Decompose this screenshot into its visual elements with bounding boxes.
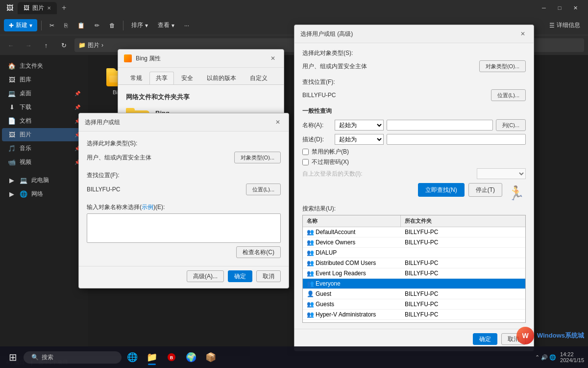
result-name-0: 👥DefaultAccount [303,227,401,237]
delete-button[interactable]: 🗑 [105,20,119,31]
more-button[interactable]: ··· [180,20,193,31]
find-now-btn[interactable]: 立即查找(N) [418,183,465,197]
view-button[interactable]: 查看 ▾ [154,19,178,31]
forward-btn[interactable]: → [22,38,35,52]
result-row-9[interactable]: 👥IIS_IUSRS [303,320,525,323]
adv-name-condition[interactable]: 起始为 包含 [335,120,384,131]
tab-general[interactable]: 常规 [124,72,148,84]
select-user-close[interactable]: ✕ [273,117,283,127]
result-row-1[interactable]: 👥Device OwnersBILLYFU-PC [303,237,525,248]
adv-desc-input[interactable] [387,134,526,145]
maximize-btn[interactable]: □ [553,2,566,13]
up-btn[interactable]: ↑ [39,38,53,52]
enter-name-input[interactable] [87,213,281,243]
start-button[interactable]: ⊞ [4,348,22,366]
adv-obj-type-value: 用户、组或内置安全主体 [302,62,476,71]
adv-obj-type-btn[interactable]: 对象类型(O)... [479,60,526,72]
sidebar-item-docs[interactable]: 📄 文档 📌 [2,114,86,128]
taskbar-app-explorer[interactable]: 📁 [143,348,161,366]
sort-button[interactable]: 排序 ▾ [127,19,152,31]
sidebar-label-music: 音乐 [20,144,31,153]
tab-sharing[interactable]: 共享 [149,72,174,84]
result-row-8[interactable]: 👥Hyper-V AdministratorsBILLYFU-PC [303,310,525,320]
result-name-text-0: DefaultAccount [316,229,355,236]
sidebar-item-downloads[interactable]: ⬇ 下载 📌 [2,101,86,114]
result-row-7[interactable]: 👥GuestsBILLYFU-PC [303,299,525,310]
taskbar: ⊞ 🔍 搜索 🌐 📁 B 🌍 📦 ⌃ 🔊 🌐 14:222024/1/15 [0,346,588,368]
result-folder-3: BILLYFU-PC [401,258,442,268]
select-user-ok[interactable]: 确定 [228,270,252,282]
result-row-3[interactable]: 👥Distributed COM UsersBILLYFU-PC [303,258,525,268]
result-row-0[interactable]: 👥DefaultAccountBILLYFU-PC [303,227,525,237]
location-label-row: 查找位置(F): [87,171,281,180]
adv-obj-type-label-row: 选择此对象类型(S): [302,49,526,57]
adv-location-btn[interactable]: 位置(L)... [491,89,526,101]
taskbar-app-red[interactable]: B [163,348,180,366]
tab-pictures[interactable]: 🖼 图片 ✕ [18,2,57,14]
taskbar-app-edge[interactable]: 🌐 [123,348,141,366]
tab-security[interactable]: 安全 [175,72,199,84]
taskbar-app-earth[interactable]: 🌍 [182,348,200,366]
obj-type-btn[interactable]: 对象类型(O)... [234,152,281,163]
sidebar-item-videos[interactable]: 📹 视频 📌 [2,156,86,169]
select-user-dialog[interactable]: 选择用户或组 ✕ 选择此对象类型(S): 用户、组或内置安全主体 对象类型(O)… [78,113,289,289]
paste-button[interactable]: 📋 [74,20,89,31]
result-row-4[interactable]: 👥Event Log ReadersBILLYFU-PC [303,268,525,279]
bing-props-close[interactable]: ✕ [268,53,278,63]
sidebar-item-pc[interactable]: ▶ 💻 此电脑 [2,174,86,187]
example-link[interactable]: 示例 [142,204,153,210]
rename-button[interactable]: ✏ [91,20,103,31]
sidebar-item-home[interactable]: 🏠 主文件夹 [2,59,86,73]
check-name-btn[interactable]: 检查名称(C) [236,246,281,258]
location-btn[interactable]: 位置(L)... [246,184,281,195]
adv-obj-type-value-row: 用户、组或内置安全主体 对象类型(O)... [302,60,526,72]
title-bar: 🖼 🖼 图片 ✕ + ─ □ ✕ [0,0,588,16]
bing-props-titlebar: Bing 属性 ✕ [118,50,284,68]
disabled-accounts-checkbox[interactable] [302,149,309,155]
view-label: 查看 [158,21,170,29]
result-row-2[interactable]: 👥DIALUP [303,248,525,258]
no-expire-label: 不过期密码(X) [312,158,349,166]
adv-desc-condition[interactable]: 起始为 包含 [335,134,384,145]
refresh-btn[interactable]: ↻ [57,38,71,52]
stop-btn[interactable]: 停止(T) [468,183,502,197]
result-name-text-2: DIALUP [316,249,337,256]
close-btn[interactable]: ✕ [568,2,582,13]
sidebar-item-network[interactable]: ▶ 🌐 网络 [2,187,86,201]
tab-close-btn[interactable]: ✕ [47,5,51,11]
results-container: 👥DefaultAccountBILLYFU-PC👥Device OwnersB… [303,227,525,323]
adv-ok-btn[interactable]: 确定 [473,333,497,345]
select-user-titlebar: 选择用户或组 ✕ [79,113,289,131]
taskbar-app-store[interactable]: 📦 [202,348,220,366]
result-row-6[interactable]: 👤GuestBILLYFU-PC [303,289,525,299]
result-row-5[interactable]: 👥Everyone [303,279,525,289]
search-results-list[interactable]: 名称 所在文件夹 👥DefaultAccountBILLYFU-PC👥Devic… [302,215,526,323]
taskbar-search[interactable]: 🔍 搜索 [24,351,122,364]
details-button[interactable]: ☰ 详细信息 [545,19,584,31]
tab-prev-versions[interactable]: 以前的版本 [200,72,243,84]
select-user-cancel[interactable]: 取消 [256,270,281,282]
sidebar-item-music[interactable]: 🎵 音乐 📌 [2,142,86,155]
select-user-advanced-dialog[interactable]: 选择用户或组 (高级) ✕ 选择此对象类型(S): 用户、组或内置安全主体 对象… [294,25,534,351]
days-select[interactable] [477,168,526,179]
col-btn[interactable]: 列(C)... [496,119,526,131]
bing-props-tabs: 常规 共享 安全 以前的版本 自定义 [118,68,284,85]
result-name-5: 👥Everyone [303,279,401,289]
tab-customize[interactable]: 自定义 [244,72,274,84]
copy-button[interactable]: ⎘ [60,20,72,31]
cut-button[interactable]: ✂ [46,20,58,31]
result-name-6: 👤Guest [303,289,401,299]
new-tab-btn[interactable]: + [59,2,69,13]
sidebar-item-gallery[interactable]: 🖼 图库 [2,73,86,86]
sidebar-label-pictures: 图片 [20,131,31,139]
sidebar-item-desktop[interactable]: 💻 桌面 📌 [2,87,86,100]
adv-name-input[interactable] [387,120,493,131]
back-btn[interactable]: ← [4,38,18,52]
adv-dialog-close[interactable]: ✕ [518,29,528,39]
adv-desc-row: 描述(D): 起始为 包含 [302,134,526,145]
advanced-btn[interactable]: 高级(A)... [187,270,224,282]
new-button[interactable]: ✚ 新建 ▾ [4,19,37,31]
minimize-btn[interactable]: ─ [537,2,551,13]
sidebar-item-pictures[interactable]: 🖼 图片 📌 [2,128,86,141]
no-expire-checkbox[interactable] [302,159,309,165]
